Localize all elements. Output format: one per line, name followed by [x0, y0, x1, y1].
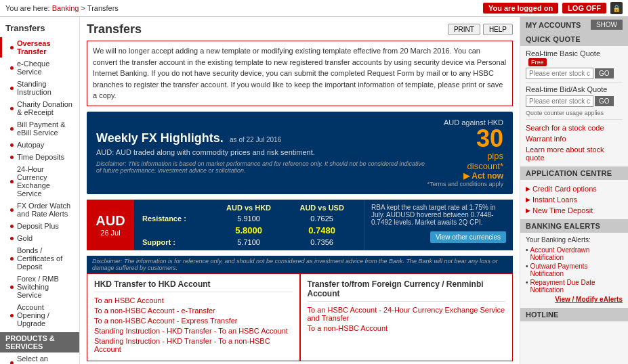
sidebar-item-select-account[interactable]: Select an Account: [0, 352, 79, 364]
notice-text: We will no longer accept adding a new te…: [93, 47, 506, 99]
hkd-transfer-title: HKD Transfer to HKD Account: [94, 279, 293, 292]
fx-banner-left: Weekly FX Highlights. as of 22 Jul 2016 …: [96, 131, 427, 174]
warrant-info-link[interactable]: Warrant info: [526, 133, 623, 144]
dot: [10, 87, 14, 90]
sidebar-item-24h-exchange[interactable]: 24-Hour Currency Exchange Service: [0, 163, 79, 200]
fx-banner-act-now[interactable]: Act now: [427, 171, 503, 181]
sidebar-item-fx-order[interactable]: FX Order Watch and Rate Alerts: [0, 200, 79, 220]
login-bar: You are logged on LOG OFF 🔒: [483, 2, 623, 14]
sidebar-item-bill[interactable]: Bill Payment & eBill Service: [0, 118, 79, 139]
sidebar-item-forex-rmb[interactable]: Forex / RMB Switching Service: [0, 273, 79, 301]
ealert-item-2: Repayment Due Date Notification: [526, 278, 623, 294]
logoff-button[interactable]: LOG OFF: [562, 3, 606, 14]
col2-header: AUD vs USD: [285, 202, 358, 213]
sidebar-title: Transfers: [0, 20, 79, 37]
aud-label: AUD: [96, 213, 125, 229]
hkd-link-3[interactable]: Standing Instruction - HKD Transfer - To…: [94, 327, 293, 335]
basic-go-button[interactable]: GO: [595, 68, 614, 78]
r1h-value: 5.8000: [212, 224, 286, 237]
dot: [10, 225, 14, 228]
basic-quote-row: GO: [526, 68, 623, 79]
s2-value: 0.7356: [285, 237, 358, 248]
hkd-link-2[interactable]: To a non-HSBC Account - Express Transfer: [94, 317, 293, 325]
bid-quote-input[interactable]: [526, 95, 593, 107]
notice-box: We will no longer accept adding a new te…: [87, 41, 513, 106]
view-currencies-button[interactable]: View other currencies: [430, 231, 506, 243]
dot: [10, 66, 14, 70]
realtime-basic-label: Real-time Basic Quote Free: [526, 49, 623, 66]
hotline-title: HOTLINE: [520, 308, 628, 321]
sidebar-item-account-opening[interactable]: Account Opening / Upgrade: [0, 301, 79, 329]
foreign-link-1[interactable]: To a non-HSBC Account: [308, 324, 506, 332]
breadcrumb-prefix: You are here:: [5, 4, 50, 12]
col1-header: AUD vs HKD: [212, 202, 286, 213]
aud-label-box: AUD 26 Jul: [87, 200, 134, 250]
fx-banner-pips-label: pips discount*: [427, 151, 503, 171]
aud-info: RBA kept the cash target rate at 1.75% i…: [364, 200, 513, 250]
bid-quote-row: GO: [526, 95, 623, 107]
aud-info-text: RBA kept the cash target rate at 1.75% i…: [371, 204, 495, 226]
learn-more-link[interactable]: Learn more about stock quote: [526, 144, 623, 163]
hkd-link-1[interactable]: To a non-HSBC Account - e-Transfer: [94, 306, 293, 315]
breadcrumb-transfers: Transfers: [87, 4, 119, 12]
support-label: Support :: [140, 237, 212, 248]
dot: [10, 257, 14, 260]
fx-banner-title-row: Weekly FX Highlights. as of 22 Jul 2016: [96, 131, 427, 145]
fx-banner: Weekly FX Highlights. as of 22 Jul 2016 …: [87, 112, 513, 194]
search-stock-link[interactable]: Search for a stock code: [526, 122, 623, 133]
foreign-transfer-title: Transfer to/from Foreign Currency / Renm…: [308, 279, 506, 302]
bid-go-button[interactable]: GO: [595, 96, 614, 106]
dot: [10, 143, 14, 147]
foreign-transfer-section: Transfer to/from Foreign Currency / Renm…: [300, 273, 514, 361]
basic-quote-input[interactable]: [526, 68, 593, 79]
quick-quote-body: Real-time Basic Quote Free GO Real-time …: [520, 46, 628, 166]
content-header: Transfers PRINT HELP: [87, 22, 513, 37]
sidebar-item-standing[interactable]: Standing Instruction: [0, 78, 79, 98]
dot: [10, 127, 14, 131]
products-section-header: PRODUCTS & SERVICES: [0, 332, 79, 352]
aud-table-wrap: AUD 26 Jul AUD vs HKD AUD vs USD Resista…: [87, 200, 513, 250]
foreign-link-0[interactable]: To an HSBC Account - 24-Hour Currency Ex…: [308, 306, 506, 322]
hkd-transfer-section: HKD Transfer to HKD Account To an HSBC A…: [87, 273, 300, 361]
banking-ealerts-body: Your Banking eAlerts: Account Overdrawn …: [520, 233, 628, 308]
app-instant-loans[interactable]: Instant Loans: [526, 194, 623, 205]
header-buttons: PRINT HELP: [448, 24, 513, 35]
sidebar-item-time-deposits[interactable]: Time Deposits: [0, 151, 79, 163]
aud-date: 26 Jul: [100, 229, 120, 237]
hkd-link-4[interactable]: Standing Instruction - HKD Transfer - To…: [94, 337, 293, 353]
sidebar-item-charity[interactable]: Charity Donation & eReceipt: [0, 98, 79, 118]
sidebar-item-deposit-plus[interactable]: Deposit Plus: [0, 220, 79, 232]
page-title: Transfers: [87, 22, 142, 37]
ealert-item-1: Outward Payments Notification: [526, 262, 623, 278]
r1-value: 5.9100: [212, 213, 286, 224]
hkd-link-0[interactable]: To an HSBC Account: [94, 296, 293, 304]
show-button[interactable]: SHOW: [591, 20, 623, 30]
realtime-bid-label: Real-time Bid/Ask Quote: [526, 85, 623, 93]
sidebar-item-overseas-transfer[interactable]: Overseas Transfer: [0, 37, 79, 58]
sidebar-item-gold[interactable]: Gold: [0, 232, 79, 244]
dot: [10, 180, 14, 183]
app-credit-card[interactable]: Credit Card options: [526, 183, 623, 194]
print-button[interactable]: PRINT: [448, 24, 480, 35]
banking-ealerts-title: BANKING eALERTS: [520, 219, 628, 233]
resistance-label: Resistance :: [140, 213, 212, 224]
transfer-grid: HKD Transfer to HKD Account To an HSBC A…: [87, 273, 513, 361]
view-modify-ealerts[interactable]: View / Modify eAlerts: [526, 294, 623, 304]
app-time-deposit[interactable]: New Time Deposit: [526, 205, 623, 216]
r2-value: 0.7625: [285, 213, 358, 224]
help-button[interactable]: HELP: [483, 24, 513, 35]
ealert-intro: Your Banking eAlerts:: [526, 236, 623, 244]
sidebar-item-autopay[interactable]: Autopay: [0, 139, 79, 151]
sidebar-item-echeque[interactable]: e-Cheque Service: [0, 58, 79, 78]
left-sidebar: Transfers Overseas Transfer e-Cheque Ser…: [0, 17, 80, 364]
sidebar-item-bonds[interactable]: Bonds / Certificates of Deposit: [0, 244, 79, 273]
fx-banner-disclaimer: Disclaimer: This information is based on…: [96, 160, 427, 174]
fx-banner-pips: 30: [427, 127, 503, 151]
main-layout: Transfers Overseas Transfer e-Cheque Ser…: [0, 17, 628, 364]
breadcrumb-banking[interactable]: Banking: [52, 4, 79, 12]
content-area: Transfers PRINT HELP We will no longer a…: [80, 17, 520, 364]
dot: [10, 156, 14, 159]
right-sidebar: MY ACCOUNTS SHOW QUICK QUOTE Real-time B…: [520, 17, 628, 364]
r2h-value: 0.7480: [285, 224, 358, 237]
aud-disclaimer: Disclaimer: The information is for refer…: [87, 256, 513, 273]
